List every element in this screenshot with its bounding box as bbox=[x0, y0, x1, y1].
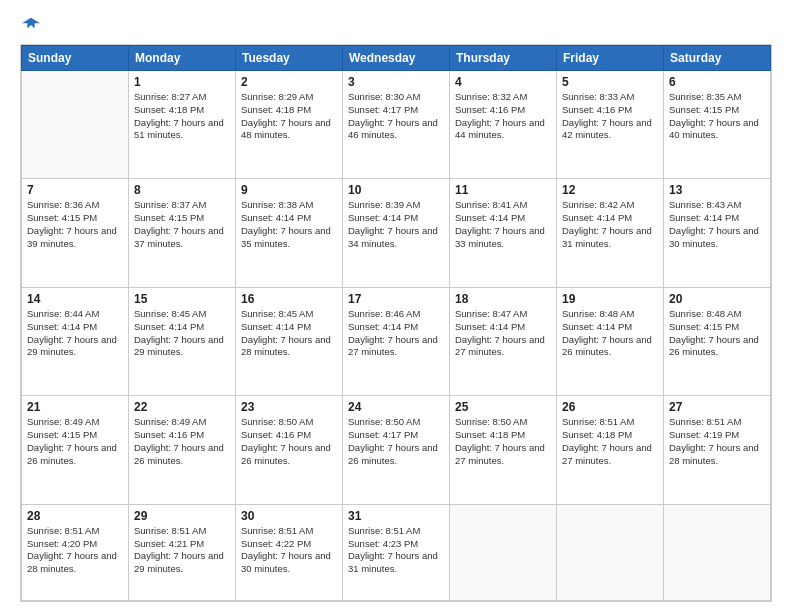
cal-cell-4-2: 22Sunrise: 8:49 AMSunset: 4:16 PMDayligh… bbox=[129, 396, 236, 504]
day-header-sunday: Sunday bbox=[22, 46, 129, 71]
cal-cell-4-1: 21Sunrise: 8:49 AMSunset: 4:15 PMDayligh… bbox=[22, 396, 129, 504]
day-number: 21 bbox=[27, 400, 123, 414]
cell-info: Sunrise: 8:50 AMSunset: 4:18 PMDaylight:… bbox=[455, 416, 551, 467]
cal-cell-1-5: 4Sunrise: 8:32 AMSunset: 4:16 PMDaylight… bbox=[450, 71, 557, 179]
cell-info: Sunrise: 8:32 AMSunset: 4:16 PMDaylight:… bbox=[455, 91, 551, 142]
cal-cell-4-5: 25Sunrise: 8:50 AMSunset: 4:18 PMDayligh… bbox=[450, 396, 557, 504]
day-header-thursday: Thursday bbox=[450, 46, 557, 71]
cell-info: Sunrise: 8:48 AMSunset: 4:14 PMDaylight:… bbox=[562, 308, 658, 359]
cal-cell-3-3: 16Sunrise: 8:45 AMSunset: 4:14 PMDayligh… bbox=[236, 287, 343, 395]
day-number: 28 bbox=[27, 509, 123, 523]
week-row-1: 1Sunrise: 8:27 AMSunset: 4:18 PMDaylight… bbox=[22, 71, 771, 179]
day-number: 3 bbox=[348, 75, 444, 89]
cal-cell-2-2: 8Sunrise: 8:37 AMSunset: 4:15 PMDaylight… bbox=[129, 179, 236, 287]
cell-info: Sunrise: 8:49 AMSunset: 4:16 PMDaylight:… bbox=[134, 416, 230, 467]
header bbox=[20, 16, 772, 34]
svg-marker-0 bbox=[22, 18, 40, 29]
day-number: 1 bbox=[134, 75, 230, 89]
day-number: 4 bbox=[455, 75, 551, 89]
cal-cell-1-7: 6Sunrise: 8:35 AMSunset: 4:15 PMDaylight… bbox=[664, 71, 771, 179]
cell-info: Sunrise: 8:41 AMSunset: 4:14 PMDaylight:… bbox=[455, 199, 551, 250]
header-row: SundayMondayTuesdayWednesdayThursdayFrid… bbox=[22, 46, 771, 71]
cal-cell-3-1: 14Sunrise: 8:44 AMSunset: 4:14 PMDayligh… bbox=[22, 287, 129, 395]
cal-cell-5-6 bbox=[557, 504, 664, 600]
cell-info: Sunrise: 8:51 AMSunset: 4:23 PMDaylight:… bbox=[348, 525, 444, 576]
cal-cell-1-4: 3Sunrise: 8:30 AMSunset: 4:17 PMDaylight… bbox=[343, 71, 450, 179]
cal-cell-2-1: 7Sunrise: 8:36 AMSunset: 4:15 PMDaylight… bbox=[22, 179, 129, 287]
day-number: 30 bbox=[241, 509, 337, 523]
cell-info: Sunrise: 8:29 AMSunset: 4:18 PMDaylight:… bbox=[241, 91, 337, 142]
calendar-table: SundayMondayTuesdayWednesdayThursdayFrid… bbox=[21, 45, 771, 601]
cell-info: Sunrise: 8:50 AMSunset: 4:16 PMDaylight:… bbox=[241, 416, 337, 467]
day-number: 11 bbox=[455, 183, 551, 197]
cell-info: Sunrise: 8:45 AMSunset: 4:14 PMDaylight:… bbox=[241, 308, 337, 359]
cal-cell-2-5: 11Sunrise: 8:41 AMSunset: 4:14 PMDayligh… bbox=[450, 179, 557, 287]
cal-cell-2-6: 12Sunrise: 8:42 AMSunset: 4:14 PMDayligh… bbox=[557, 179, 664, 287]
cell-info: Sunrise: 8:51 AMSunset: 4:19 PMDaylight:… bbox=[669, 416, 765, 467]
cal-cell-5-7 bbox=[664, 504, 771, 600]
day-number: 27 bbox=[669, 400, 765, 414]
cal-cell-4-4: 24Sunrise: 8:50 AMSunset: 4:17 PMDayligh… bbox=[343, 396, 450, 504]
cell-info: Sunrise: 8:49 AMSunset: 4:15 PMDaylight:… bbox=[27, 416, 123, 467]
cal-cell-3-5: 18Sunrise: 8:47 AMSunset: 4:14 PMDayligh… bbox=[450, 287, 557, 395]
day-number: 17 bbox=[348, 292, 444, 306]
day-header-monday: Monday bbox=[129, 46, 236, 71]
cell-info: Sunrise: 8:27 AMSunset: 4:18 PMDaylight:… bbox=[134, 91, 230, 142]
day-number: 12 bbox=[562, 183, 658, 197]
day-number: 29 bbox=[134, 509, 230, 523]
logo-bird-icon bbox=[22, 16, 40, 34]
cell-info: Sunrise: 8:50 AMSunset: 4:17 PMDaylight:… bbox=[348, 416, 444, 467]
cal-cell-3-7: 20Sunrise: 8:48 AMSunset: 4:15 PMDayligh… bbox=[664, 287, 771, 395]
week-row-3: 14Sunrise: 8:44 AMSunset: 4:14 PMDayligh… bbox=[22, 287, 771, 395]
day-number: 10 bbox=[348, 183, 444, 197]
week-row-2: 7Sunrise: 8:36 AMSunset: 4:15 PMDaylight… bbox=[22, 179, 771, 287]
day-number: 31 bbox=[348, 509, 444, 523]
day-number: 9 bbox=[241, 183, 337, 197]
cell-info: Sunrise: 8:42 AMSunset: 4:14 PMDaylight:… bbox=[562, 199, 658, 250]
cal-cell-4-6: 26Sunrise: 8:51 AMSunset: 4:18 PMDayligh… bbox=[557, 396, 664, 504]
day-number: 24 bbox=[348, 400, 444, 414]
day-number: 20 bbox=[669, 292, 765, 306]
cal-cell-3-6: 19Sunrise: 8:48 AMSunset: 4:14 PMDayligh… bbox=[557, 287, 664, 395]
day-number: 2 bbox=[241, 75, 337, 89]
day-number: 18 bbox=[455, 292, 551, 306]
cal-cell-5-2: 29Sunrise: 8:51 AMSunset: 4:21 PMDayligh… bbox=[129, 504, 236, 600]
cal-cell-1-3: 2Sunrise: 8:29 AMSunset: 4:18 PMDaylight… bbox=[236, 71, 343, 179]
day-number: 25 bbox=[455, 400, 551, 414]
day-number: 8 bbox=[134, 183, 230, 197]
day-number: 5 bbox=[562, 75, 658, 89]
day-number: 23 bbox=[241, 400, 337, 414]
cell-info: Sunrise: 8:46 AMSunset: 4:14 PMDaylight:… bbox=[348, 308, 444, 359]
cal-cell-5-5 bbox=[450, 504, 557, 600]
calendar: SundayMondayTuesdayWednesdayThursdayFrid… bbox=[20, 44, 772, 602]
cal-cell-1-6: 5Sunrise: 8:33 AMSunset: 4:16 PMDaylight… bbox=[557, 71, 664, 179]
cell-info: Sunrise: 8:39 AMSunset: 4:14 PMDaylight:… bbox=[348, 199, 444, 250]
logo bbox=[20, 16, 40, 34]
cal-cell-5-3: 30Sunrise: 8:51 AMSunset: 4:22 PMDayligh… bbox=[236, 504, 343, 600]
cal-cell-4-7: 27Sunrise: 8:51 AMSunset: 4:19 PMDayligh… bbox=[664, 396, 771, 504]
cell-info: Sunrise: 8:36 AMSunset: 4:15 PMDaylight:… bbox=[27, 199, 123, 250]
day-number: 16 bbox=[241, 292, 337, 306]
week-row-4: 21Sunrise: 8:49 AMSunset: 4:15 PMDayligh… bbox=[22, 396, 771, 504]
cal-cell-4-3: 23Sunrise: 8:50 AMSunset: 4:16 PMDayligh… bbox=[236, 396, 343, 504]
cell-info: Sunrise: 8:35 AMSunset: 4:15 PMDaylight:… bbox=[669, 91, 765, 142]
day-number: 22 bbox=[134, 400, 230, 414]
day-number: 7 bbox=[27, 183, 123, 197]
day-header-wednesday: Wednesday bbox=[343, 46, 450, 71]
day-number: 26 bbox=[562, 400, 658, 414]
cal-cell-1-1 bbox=[22, 71, 129, 179]
day-number: 14 bbox=[27, 292, 123, 306]
cell-info: Sunrise: 8:38 AMSunset: 4:14 PMDaylight:… bbox=[241, 199, 337, 250]
day-header-friday: Friday bbox=[557, 46, 664, 71]
cell-info: Sunrise: 8:47 AMSunset: 4:14 PMDaylight:… bbox=[455, 308, 551, 359]
day-number: 15 bbox=[134, 292, 230, 306]
cell-info: Sunrise: 8:43 AMSunset: 4:14 PMDaylight:… bbox=[669, 199, 765, 250]
cell-info: Sunrise: 8:51 AMSunset: 4:22 PMDaylight:… bbox=[241, 525, 337, 576]
day-number: 6 bbox=[669, 75, 765, 89]
day-header-tuesday: Tuesday bbox=[236, 46, 343, 71]
cal-cell-5-1: 28Sunrise: 8:51 AMSunset: 4:20 PMDayligh… bbox=[22, 504, 129, 600]
cal-cell-3-2: 15Sunrise: 8:45 AMSunset: 4:14 PMDayligh… bbox=[129, 287, 236, 395]
cal-cell-3-4: 17Sunrise: 8:46 AMSunset: 4:14 PMDayligh… bbox=[343, 287, 450, 395]
cal-cell-1-2: 1Sunrise: 8:27 AMSunset: 4:18 PMDaylight… bbox=[129, 71, 236, 179]
cell-info: Sunrise: 8:51 AMSunset: 4:20 PMDaylight:… bbox=[27, 525, 123, 576]
